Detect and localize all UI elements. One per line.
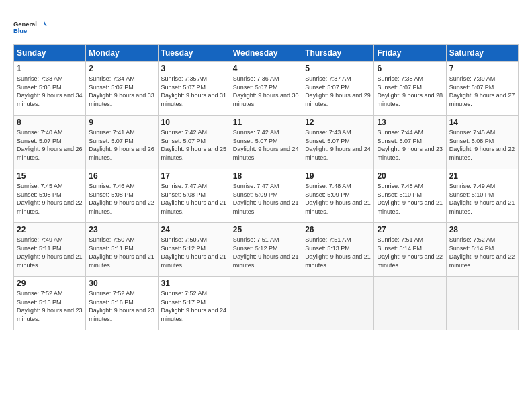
day-number: 29 [17,279,83,288]
calendar-cell: 11Sunrise: 7:42 AMSunset: 5:07 PMDayligh… [230,116,302,169]
day-info: Sunrise: 7:34 AMSunset: 5:07 PMDaylight:… [89,75,154,108]
calendar-cell: 28Sunrise: 7:52 AMSunset: 5:14 PMDayligh… [446,223,518,277]
day-info: Sunrise: 7:49 AMSunset: 5:11 PMDaylight:… [17,236,83,269]
week-row-5: 29Sunrise: 7:52 AMSunset: 5:15 PMDayligh… [14,277,519,330]
svg-text:Blue: Blue [13,28,27,34]
day-info: Sunrise: 7:42 AMSunset: 5:07 PMDaylight:… [233,128,299,162]
calendar-cell: 12Sunrise: 7:43 AMSunset: 5:07 PMDayligh… [302,116,374,169]
day-info: Sunrise: 7:52 AMSunset: 5:15 PMDaylight:… [17,289,83,323]
day-number: 22 [17,225,83,234]
day-number: 28 [449,225,515,234]
calendar-cell: 20Sunrise: 7:48 AMSunset: 5:10 PMDayligh… [374,169,446,223]
logo-svg: General Blue [13,13,47,40]
calendar-cell: 8Sunrise: 7:40 AMSunset: 5:07 PMDaylight… [14,116,86,169]
calendar-cell: 5Sunrise: 7:37 AMSunset: 5:07 PMDaylight… [302,62,374,116]
day-number: 3 [161,64,227,73]
calendar-cell: 25Sunrise: 7:51 AMSunset: 5:12 PMDayligh… [230,223,302,277]
day-number: 26 [305,225,371,234]
calendar-cell: 16Sunrise: 7:46 AMSunset: 5:08 PMDayligh… [86,169,158,223]
day-number: 2 [89,64,154,73]
calendar-cell: 21Sunrise: 7:49 AMSunset: 5:10 PMDayligh… [446,169,518,223]
calendar-cell: 4Sunrise: 7:36 AMSunset: 5:07 PMDaylight… [230,62,302,116]
page-container: General Blue SundayMondayTuesdayWednesda… [0,0,532,337]
calendar-cell: 1Sunrise: 7:33 AMSunset: 5:08 PMDaylight… [14,62,86,116]
day-info: Sunrise: 7:39 AMSunset: 5:07 PMDaylight:… [449,75,515,108]
day-number: 13 [377,118,443,127]
day-number: 16 [89,171,154,181]
week-row-2: 8Sunrise: 7:40 AMSunset: 5:07 PMDaylight… [14,116,519,169]
day-info: Sunrise: 7:40 AMSunset: 5:07 PMDaylight:… [17,128,83,162]
day-info: Sunrise: 7:43 AMSunset: 5:07 PMDaylight:… [305,128,371,162]
day-info: Sunrise: 7:52 AMSunset: 5:16 PMDaylight:… [89,289,154,323]
day-number: 17 [161,171,227,181]
day-info: Sunrise: 7:52 AMSunset: 5:14 PMDaylight:… [449,236,515,269]
column-header-tuesday: Tuesday [158,45,230,62]
day-number: 7 [449,64,515,73]
day-info: Sunrise: 7:38 AMSunset: 5:07 PMDaylight:… [377,75,443,108]
day-info: Sunrise: 7:36 AMSunset: 5:07 PMDaylight:… [233,75,299,108]
day-number: 15 [17,171,83,181]
calendar-cell: 7Sunrise: 7:39 AMSunset: 5:07 PMDaylight… [446,62,518,116]
calendar-cell: 15Sunrise: 7:45 AMSunset: 5:08 PMDayligh… [14,169,86,223]
day-number: 25 [233,225,299,234]
calendar-cell: 24Sunrise: 7:50 AMSunset: 5:12 PMDayligh… [158,223,230,277]
calendar-cell: 27Sunrise: 7:51 AMSunset: 5:14 PMDayligh… [374,223,446,277]
day-number: 14 [449,118,515,127]
week-row-3: 15Sunrise: 7:45 AMSunset: 5:08 PMDayligh… [14,169,519,223]
day-info: Sunrise: 7:51 AMSunset: 5:13 PMDaylight:… [305,236,371,269]
day-info: Sunrise: 7:48 AMSunset: 5:09 PMDaylight:… [305,182,371,216]
day-number: 21 [449,171,515,181]
day-info: Sunrise: 7:33 AMSunset: 5:08 PMDaylight:… [17,75,83,108]
calendar-cell [302,277,374,330]
day-number: 18 [233,171,299,181]
day-number: 30 [89,279,154,288]
calendar-cell: 30Sunrise: 7:52 AMSunset: 5:16 PMDayligh… [86,277,158,330]
day-number: 5 [305,64,371,73]
calendar-cell: 31Sunrise: 7:52 AMSunset: 5:17 PMDayligh… [158,277,230,330]
day-info: Sunrise: 7:42 AMSunset: 5:07 PMDaylight:… [161,128,227,162]
week-row-4: 22Sunrise: 7:49 AMSunset: 5:11 PMDayligh… [14,223,519,277]
day-number: 10 [161,118,227,127]
calendar-cell: 18Sunrise: 7:47 AMSunset: 5:09 PMDayligh… [230,169,302,223]
column-header-friday: Friday [374,45,446,62]
column-header-saturday: Saturday [446,45,518,62]
calendar-body: 1Sunrise: 7:33 AMSunset: 5:08 PMDaylight… [14,62,519,330]
week-row-1: 1Sunrise: 7:33 AMSunset: 5:08 PMDaylight… [14,62,519,116]
column-header-thursday: Thursday [302,45,374,62]
day-info: Sunrise: 7:45 AMSunset: 5:08 PMDaylight:… [17,182,83,216]
calendar-cell: 23Sunrise: 7:50 AMSunset: 5:11 PMDayligh… [86,223,158,277]
day-info: Sunrise: 7:52 AMSunset: 5:17 PMDaylight:… [161,289,227,323]
column-header-sunday: Sunday [14,45,86,62]
day-info: Sunrise: 7:47 AMSunset: 5:08 PMDaylight:… [161,182,227,216]
day-number: 20 [377,171,443,181]
header: General Blue [13,11,519,40]
day-info: Sunrise: 7:41 AMSunset: 5:07 PMDaylight:… [89,128,154,162]
day-number: 31 [161,279,227,288]
calendar-cell: 13Sunrise: 7:44 AMSunset: 5:07 PMDayligh… [374,116,446,169]
calendar-cell [374,277,446,330]
day-info: Sunrise: 7:45 AMSunset: 5:08 PMDaylight:… [449,128,515,162]
calendar-header-row: SundayMondayTuesdayWednesdayThursdayFrid… [14,45,519,62]
day-info: Sunrise: 7:37 AMSunset: 5:07 PMDaylight:… [305,75,371,108]
day-number: 19 [305,171,371,181]
day-number: 27 [377,225,443,234]
column-header-monday: Monday [86,45,158,62]
calendar-cell: 6Sunrise: 7:38 AMSunset: 5:07 PMDaylight… [374,62,446,116]
calendar-cell: 29Sunrise: 7:52 AMSunset: 5:15 PMDayligh… [14,277,86,330]
day-info: Sunrise: 7:51 AMSunset: 5:14 PMDaylight:… [377,236,443,269]
day-number: 24 [161,225,227,234]
day-info: Sunrise: 7:49 AMSunset: 5:10 PMDaylight:… [449,182,515,216]
day-info: Sunrise: 7:44 AMSunset: 5:07 PMDaylight:… [377,128,443,162]
calendar-cell: 26Sunrise: 7:51 AMSunset: 5:13 PMDayligh… [302,223,374,277]
calendar-cell: 19Sunrise: 7:48 AMSunset: 5:09 PMDayligh… [302,169,374,223]
day-number: 11 [233,118,299,127]
svg-text:General: General [13,21,37,28]
calendar-cell: 22Sunrise: 7:49 AMSunset: 5:11 PMDayligh… [14,223,86,277]
day-number: 1 [17,64,83,73]
calendar-cell: 17Sunrise: 7:47 AMSunset: 5:08 PMDayligh… [158,169,230,223]
day-info: Sunrise: 7:50 AMSunset: 5:12 PMDaylight:… [161,236,227,269]
calendar-cell: 3Sunrise: 7:35 AMSunset: 5:07 PMDaylight… [158,62,230,116]
day-number: 6 [377,64,443,73]
day-info: Sunrise: 7:48 AMSunset: 5:10 PMDaylight:… [377,182,443,216]
day-info: Sunrise: 7:50 AMSunset: 5:11 PMDaylight:… [89,236,154,269]
